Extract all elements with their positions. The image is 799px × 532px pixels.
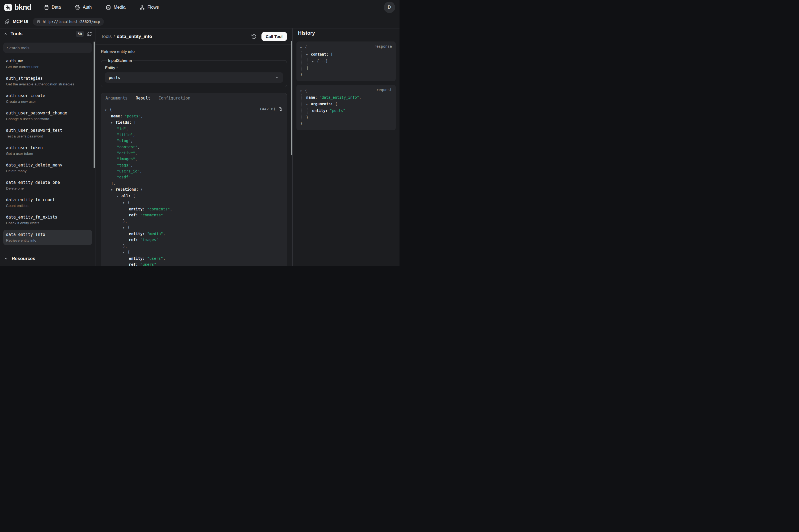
copy-icon[interactable] [278, 107, 282, 111]
history-panel: History response▼{▼content: [▶{...}]}req… [292, 28, 400, 266]
nav-item-auth[interactable]: Auth [75, 5, 92, 10]
tool-list-item[interactable]: auth_user_password_changeChange a user's… [3, 108, 92, 124]
collapse-triangle-icon[interactable]: ▼ [300, 88, 305, 95]
input-schema-legend: InputSchema [107, 58, 133, 63]
tab-arguments[interactable]: Arguments [106, 93, 128, 103]
collapse-triangle-icon[interactable]: ▼ [111, 120, 116, 126]
tab-result[interactable]: Result [136, 93, 150, 103]
refresh-icon[interactable] [87, 32, 92, 36]
breadcrumb-section[interactable]: Tools [101, 34, 112, 39]
tools-sidebar: Tools 50 auth_meGet the current userauth… [0, 28, 95, 266]
tool-name: data_entity_delete_one [6, 180, 89, 185]
tool-list-item[interactable]: data_entity_delete_manyDelete many [3, 160, 92, 176]
tab-configuration[interactable]: Configuration [158, 93, 190, 103]
nav-item-media[interactable]: Media [106, 5, 126, 10]
json-line: "asdf" [117, 174, 282, 180]
nav-item-flows[interactable]: Flows [140, 5, 159, 10]
result-size-label: (442 B) [260, 107, 275, 111]
json-line: "active", [117, 150, 282, 156]
tool-list-item[interactable]: data_entity_delete_oneDelete one [3, 177, 92, 193]
history-card[interactable]: request▼{name: "data_entity_info",▼argum… [297, 85, 396, 130]
expand-triangle-icon[interactable]: ▶ [312, 59, 317, 65]
mcp-bar: MCP UI http://localhost:28623/mcp [0, 15, 400, 28]
tool-list-item[interactable]: data_entity_fn_countCount entities [3, 195, 92, 210]
tool-description: Check if entity exists [6, 221, 89, 225]
tools-count-badge: 50 [76, 31, 84, 37]
json-line: } [300, 71, 392, 78]
mcp-url-pill[interactable]: http://localhost:28623/mcp [33, 18, 103, 26]
json-line: ▼all: [ [117, 193, 282, 199]
history-card[interactable]: response▼{▼content: [▶{...}]} [297, 41, 396, 81]
tool-name: data_entity_info [6, 232, 89, 237]
history-json-viewer: ▼{name: "data_entity_info",▼arguments: {… [300, 88, 392, 127]
collapse-triangle-icon[interactable]: ▼ [123, 200, 128, 206]
collapse-triangle-icon[interactable]: ▼ [105, 107, 110, 113]
json-line: "content", [117, 144, 282, 150]
main-scrollbar[interactable] [291, 41, 292, 155]
json-line: "title", [117, 132, 282, 138]
nav-item-data[interactable]: Data [44, 5, 61, 10]
json-line: ] [306, 65, 392, 72]
breadcrumb-tool-name: data_entity_info [117, 34, 152, 39]
collapse-triangle-icon[interactable]: ▼ [123, 249, 128, 255]
json-line: entity: "comments", [129, 206, 282, 212]
image-icon [106, 5, 111, 10]
json-line: name: "data_entity_info", [306, 94, 392, 101]
entity-select[interactable]: posts [105, 72, 283, 83]
tool-description: Test a user's password [6, 134, 89, 138]
json-line: "images", [117, 156, 282, 162]
tools-section-header[interactable]: Tools 50 [0, 28, 95, 39]
brand[interactable]: bknd [4, 3, 32, 12]
tool-list-item[interactable]: data_entity_infoRetrieve entity info [3, 230, 92, 245]
sidebar-scrollbar[interactable] [94, 41, 95, 168]
user-avatar[interactable]: D [384, 2, 395, 13]
result-tabs: Arguments Result Configuration [101, 93, 287, 103]
json-line: ▼relations: { [111, 186, 282, 193]
collapse-triangle-icon[interactable]: ▼ [123, 225, 128, 231]
tool-list-item[interactable]: auth_user_createCreate a new user [3, 91, 92, 106]
tool-name: auth_user_password_test [6, 128, 89, 133]
tool-description: Get a user token [6, 152, 89, 156]
paperclip-icon [5, 19, 10, 24]
chevron-down-icon [275, 76, 279, 80]
search-input[interactable] [3, 42, 92, 53]
json-line: ▼{ [105, 107, 282, 113]
tool-list-item[interactable]: auth_strategiesGet the available authent… [3, 74, 92, 89]
tool-list-item[interactable]: auth_user_password_testTest a user's pas… [3, 126, 92, 141]
main-header: Tools / data_entity_info Call Tool [95, 28, 292, 45]
history-card-type-label: request [377, 88, 392, 92]
call-tool-button[interactable]: Call Tool [262, 32, 287, 41]
tool-list-item[interactable]: auth_meGet the current user [3, 56, 92, 72]
json-line: "slug", [117, 138, 282, 144]
input-schema-fieldset: InputSchema Entity * posts [101, 58, 287, 87]
collapse-triangle-icon[interactable]: ▼ [306, 101, 311, 108]
tools-section-title: Tools [11, 31, 22, 37]
json-line: "users_id", [117, 168, 282, 174]
globe-icon [37, 20, 40, 24]
breadcrumb-separator: / [114, 34, 115, 39]
tool-list-item[interactable]: data_entity_fn_existsCheck if entity exi… [3, 212, 92, 228]
json-line: ▼{ [123, 224, 282, 231]
json-line: ▶{...} [312, 58, 392, 65]
tool-name: data_entity_delete_many [6, 163, 89, 168]
tool-description: Delete many [6, 169, 89, 173]
collapse-triangle-icon[interactable]: ▼ [111, 187, 116, 193]
tool-name: data_entity_fn_exists [6, 215, 89, 220]
collapse-triangle-icon[interactable]: ▼ [117, 193, 121, 199]
tools-list: auth_meGet the current userauth_strategi… [0, 56, 95, 251]
json-line: } [300, 120, 392, 127]
collapse-triangle-icon[interactable]: ▼ [300, 45, 305, 51]
tool-description: Retrieve entity info [6, 238, 89, 243]
chevron-down-icon [4, 257, 8, 261]
json-line: ▼fields: [ [111, 119, 282, 126]
json-line: ▼{ [123, 199, 282, 206]
required-mark: * [116, 65, 118, 70]
tool-name: auth_user_token [6, 145, 89, 150]
tool-result-card: Arguments Result Configuration (442 B) [101, 93, 287, 266]
tool-list-item[interactable]: auth_user_tokenGet a user token [3, 143, 92, 158]
history-icon[interactable] [251, 34, 256, 39]
resources-section-header[interactable]: Resources [0, 251, 95, 266]
collapse-triangle-icon[interactable]: ▼ [306, 52, 311, 58]
json-line: } [306, 114, 392, 121]
json-line: "id", [117, 126, 282, 132]
